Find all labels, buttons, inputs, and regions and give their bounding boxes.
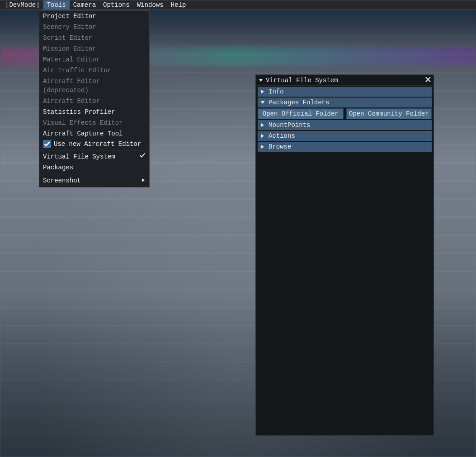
vfs-section-actions[interactable]: Actions	[258, 131, 432, 141]
open-official-folder-button[interactable]: Open Official Folder	[258, 108, 344, 119]
svg-marker-4	[261, 90, 264, 93]
menu-material-editor[interactable]: Material Editor	[39, 54, 149, 65]
vfs-section-packages-folders-label: Packages Folders	[269, 99, 329, 106]
menubar-devmode[interactable]: [DevMode]	[2, 0, 43, 9]
triangle-right-icon	[260, 134, 265, 138]
checkbox-checked-icon	[43, 140, 51, 148]
tools-dropdown: Project Editor Scenery Editor Script Edi…	[39, 10, 150, 187]
svg-marker-0	[142, 178, 145, 182]
vfs-section-info[interactable]: Info	[258, 87, 432, 97]
svg-marker-6	[261, 123, 264, 127]
check-icon	[139, 152, 146, 161]
vfs-section-actions-label: Actions	[269, 132, 295, 140]
svg-marker-5	[261, 101, 264, 104]
menu-virtual-file-system[interactable]: Virtual File System	[39, 151, 149, 162]
vfs-section-mountpoints[interactable]: MountPoints	[258, 120, 432, 130]
menubar: [DevMode] Tools Camera Options Windows H…	[0, 0, 476, 10]
vfs-section-mountpoints-label: MountPoints	[269, 121, 310, 129]
menubar-camera[interactable]: Camera	[70, 0, 99, 9]
menu-screenshot[interactable]: Screenshot	[39, 175, 149, 186]
vfs-section-browse-label: Browse	[269, 143, 291, 150]
menu-aircraft-capture-tool[interactable]: Aircraft Capture Tool	[39, 128, 149, 139]
menu-mission-editor[interactable]: Mission Editor	[39, 43, 149, 54]
triangle-down-icon	[260, 100, 265, 105]
close-icon[interactable]	[425, 77, 431, 84]
vfs-section-info-label: Info	[269, 88, 284, 95]
triangle-right-icon	[260, 145, 265, 149]
menu-divider-2	[39, 174, 149, 174]
svg-marker-7	[261, 134, 264, 138]
menu-use-new-aircraft-editor[interactable]: Use new Aircraft Editor	[39, 139, 149, 149]
menu-vfs-label: Virtual File System	[43, 152, 115, 161]
open-community-folder-button[interactable]: Open Community Folder	[346, 108, 432, 119]
menu-aircraft-editor[interactable]: Aircraft Editor	[39, 96, 149, 107]
menu-aircraft-editor-deprecated[interactable]: Aircraft Editor (deprecated)	[39, 76, 149, 96]
menu-visual-effects-editor[interactable]: Visual Effects Editor	[39, 117, 149, 128]
vfs-packages-buttons: Open Official Folder Open Community Fold…	[258, 108, 432, 119]
menubar-help[interactable]: Help	[167, 0, 190, 9]
vfs-section-browse[interactable]: Browse	[258, 142, 432, 152]
menu-scenery-editor[interactable]: Scenery Editor	[39, 22, 149, 33]
menu-project-editor[interactable]: Project Editor	[39, 11, 149, 22]
collapse-triangle-down-icon	[259, 78, 263, 83]
menu-divider	[39, 150, 149, 150]
vfs-section-packages-folders[interactable]: Packages Folders	[258, 98, 432, 107]
menu-air-traffic-editor[interactable]: Air Traffic Editor	[39, 65, 149, 76]
svg-marker-1	[259, 79, 263, 82]
triangle-right-icon	[260, 89, 265, 94]
svg-marker-8	[261, 145, 264, 149]
menu-screenshot-label: Screenshot	[43, 176, 81, 185]
vfs-title-text: Virtual File System	[266, 77, 338, 84]
vfs-window: Virtual File System Info Packages Folder…	[255, 75, 434, 436]
vfs-titlebar[interactable]: Virtual File System	[256, 75, 434, 86]
menubar-tools[interactable]: Tools	[43, 0, 70, 9]
triangle-right-icon	[260, 123, 265, 127]
menu-script-editor[interactable]: Script Editor	[39, 33, 149, 43]
menubar-windows[interactable]: Windows	[133, 0, 167, 9]
menu-packages[interactable]: Packages	[39, 162, 149, 173]
menu-statistics-profiler[interactable]: Statistics Profiler	[39, 107, 149, 117]
submenu-arrow-icon	[141, 176, 146, 185]
menubar-options[interactable]: Options	[99, 0, 133, 9]
checkbox-label: Use new Aircraft Editor	[54, 140, 141, 148]
